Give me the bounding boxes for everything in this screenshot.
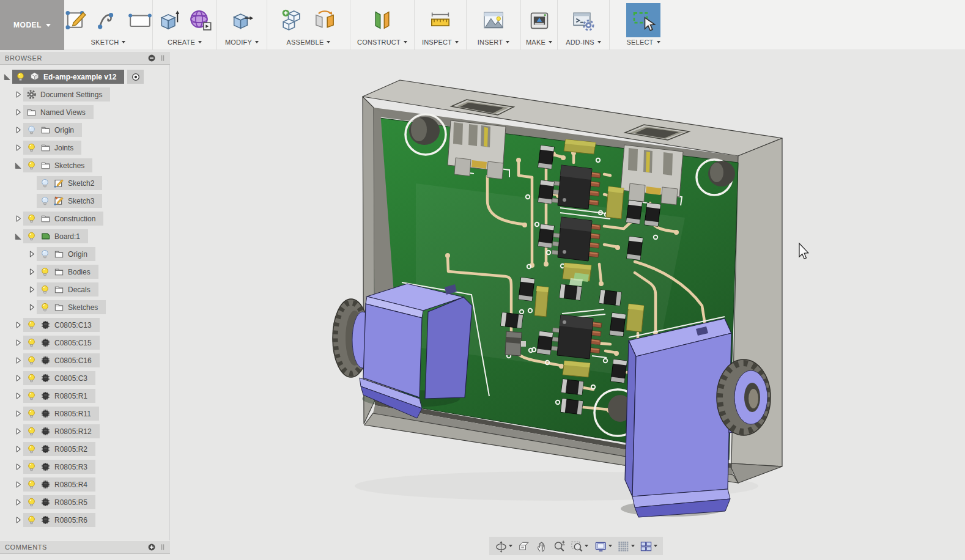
- visibility-bulb-icon[interactable]: [26, 160, 37, 171]
- expand-collapsed-icon[interactable]: [12, 426, 23, 437]
- add-comment-icon[interactable]: [147, 543, 156, 551]
- visibility-bulb-icon[interactable]: [26, 125, 37, 135]
- expand-collapsed-icon[interactable]: [12, 89, 23, 100]
- tree-item-row-origin[interactable]: Origin: [37, 247, 95, 261]
- smd-component[interactable]: [626, 201, 642, 224]
- tree-item-row-r0805-r4[interactable]: R0805:R4: [23, 477, 95, 492]
- tree-item-row-document-settings[interactable]: Document Settings: [23, 87, 110, 101]
- tree-item-row-r0805-r12[interactable]: R0805:R12: [23, 424, 100, 438]
- tree-item-row-c0805-c16[interactable]: C0805:C16: [23, 353, 100, 367]
- expand-collapsed-icon[interactable]: [26, 284, 37, 295]
- expand-collapsed-icon[interactable]: [12, 497, 23, 508]
- toolbar-menu-make[interactable]: MAKE: [526, 39, 552, 46]
- visibility-bulb-icon[interactable]: [26, 373, 37, 383]
- smd-component[interactable]: [538, 180, 554, 204]
- expand-collapsed-icon[interactable]: [12, 408, 23, 419]
- smd-component[interactable]: [627, 237, 643, 260]
- smd-component[interactable]: [501, 312, 523, 328]
- visibility-bulb-icon[interactable]: [26, 142, 37, 153]
- collapse-panel-icon[interactable]: [147, 54, 156, 62]
- activate-component-radio[interactable]: [127, 70, 144, 84]
- form-icon[interactable]: [187, 7, 214, 34]
- tree-item-row-r0805-r11[interactable]: R0805:R11: [23, 407, 99, 421]
- tree-item-row-r0805-r1[interactable]: R0805:R1: [23, 389, 95, 403]
- toolbar-menu-sketch[interactable]: SKETCH: [91, 39, 126, 46]
- visibility-bulb-icon[interactable]: [26, 444, 37, 454]
- tree-item-row-origin[interactable]: Origin: [23, 123, 82, 137]
- visibility-bulb-icon[interactable]: [40, 284, 50, 295]
- visibility-bulb-icon[interactable]: [26, 462, 37, 472]
- toolbar-menu-select[interactable]: SELECT: [627, 39, 660, 46]
- measure-icon[interactable]: [427, 7, 454, 34]
- extrude-icon[interactable]: [155, 7, 182, 34]
- spline-icon[interactable]: [95, 7, 122, 34]
- toolbar-menu-create[interactable]: CREATE: [168, 39, 202, 46]
- print-3d-icon[interactable]: [526, 7, 553, 34]
- expand-collapsed-icon[interactable]: [26, 267, 37, 278]
- expand-collapsed-icon[interactable]: [12, 337, 23, 348]
- grid-display-icon[interactable]: [616, 540, 636, 553]
- smd-component[interactable]: [611, 359, 627, 383]
- tree-item-row-sketches[interactable]: Sketches: [23, 158, 92, 172]
- select-icon[interactable]: [626, 3, 660, 37]
- tree-item-row-ed-amp-example-v12[interactable]: Ed-amp-example v12: [12, 70, 124, 84]
- tree-item-row-sketch2[interactable]: Sketch2: [37, 176, 102, 190]
- smd-component[interactable]: [561, 399, 583, 414]
- tree-item-row-named-views[interactable]: Named Views: [23, 105, 94, 119]
- smd-component[interactable]: [538, 224, 554, 248]
- workspace-switcher[interactable]: MODEL: [0, 0, 64, 50]
- look-at-icon[interactable]: [516, 540, 531, 553]
- expand-expanded-icon[interactable]: [12, 160, 23, 171]
- new-component-icon[interactable]: [279, 7, 306, 34]
- visibility-bulb-icon[interactable]: [40, 196, 50, 206]
- expand-collapsed-icon[interactable]: [12, 320, 23, 331]
- tree-item-row-c0805-c13[interactable]: C0805:C13: [23, 318, 100, 332]
- tree-item-row-r0805-r5[interactable]: R0805:R5: [23, 495, 95, 509]
- zoom-icon[interactable]: [552, 540, 567, 553]
- visibility-bulb-icon[interactable]: [26, 320, 37, 330]
- smd-component[interactable]: [645, 203, 660, 226]
- insert-image-icon[interactable]: [480, 7, 507, 34]
- expand-expanded-icon[interactable]: [1, 72, 12, 83]
- expand-collapsed-icon[interactable]: [12, 142, 23, 153]
- comments-bar[interactable]: COMMENTS: [0, 540, 170, 554]
- expand-collapsed-icon[interactable]: [26, 302, 37, 313]
- audio-jack-left[interactable]: [333, 284, 472, 418]
- panel-grip-icon[interactable]: [158, 54, 167, 62]
- tree-item-row-joints[interactable]: Joints: [23, 141, 81, 155]
- expand-collapsed-icon[interactable]: [26, 249, 37, 260]
- scripts-addins-icon[interactable]: [570, 7, 597, 34]
- visibility-bulb-icon[interactable]: [26, 213, 37, 224]
- visibility-bulb-icon[interactable]: [26, 515, 37, 525]
- toolbar-menu-addins[interactable]: ADD-INS: [566, 39, 601, 46]
- smd-component[interactable]: [519, 278, 534, 301]
- smd-component[interactable]: [561, 379, 583, 395]
- toolbar-menu-inspect[interactable]: INSPECT: [422, 39, 459, 46]
- visibility-bulb-icon[interactable]: [26, 391, 37, 401]
- window-zoom-icon[interactable]: [569, 540, 590, 553]
- visibility-bulb-icon[interactable]: [26, 479, 37, 490]
- expand-collapsed-icon[interactable]: [12, 515, 23, 526]
- visibility-bulb-icon[interactable]: [40, 178, 50, 188]
- smd-component[interactable]: [560, 284, 582, 300]
- toolbar-menu-insert[interactable]: INSERT: [478, 39, 509, 46]
- tree-item-row-c0805-c15[interactable]: C0805:C15: [23, 336, 100, 350]
- expand-collapsed-icon[interactable]: [12, 125, 23, 136]
- pan-icon[interactable]: [534, 540, 549, 553]
- expand-collapsed-icon[interactable]: [12, 479, 23, 490]
- viewports-icon[interactable]: [638, 540, 659, 553]
- create-sketch-icon[interactable]: [63, 7, 90, 34]
- smd-component[interactable]: [537, 331, 553, 355]
- toolbar-menu-assemble[interactable]: ASSEMBLE: [287, 39, 331, 46]
- tree-item-row-decals[interactable]: Decals: [37, 282, 98, 297]
- visibility-bulb-icon[interactable]: [40, 249, 50, 259]
- visibility-bulb-icon[interactable]: [26, 231, 37, 241]
- panel-grip-icon[interactable]: [158, 543, 167, 551]
- tree-item-row-r0805-r6[interactable]: R0805:R6: [23, 513, 95, 527]
- toolbar-menu-construct[interactable]: CONSTRUCT: [357, 39, 407, 46]
- tree-item-row-r0805-r2[interactable]: R0805:R2: [23, 442, 95, 456]
- tree-item-row-c0805-c3[interactable]: C0805:C3: [23, 371, 95, 385]
- joint-icon[interactable]: [311, 7, 338, 34]
- expand-collapsed-icon[interactable]: [12, 462, 23, 473]
- expand-collapsed-icon[interactable]: [12, 373, 23, 384]
